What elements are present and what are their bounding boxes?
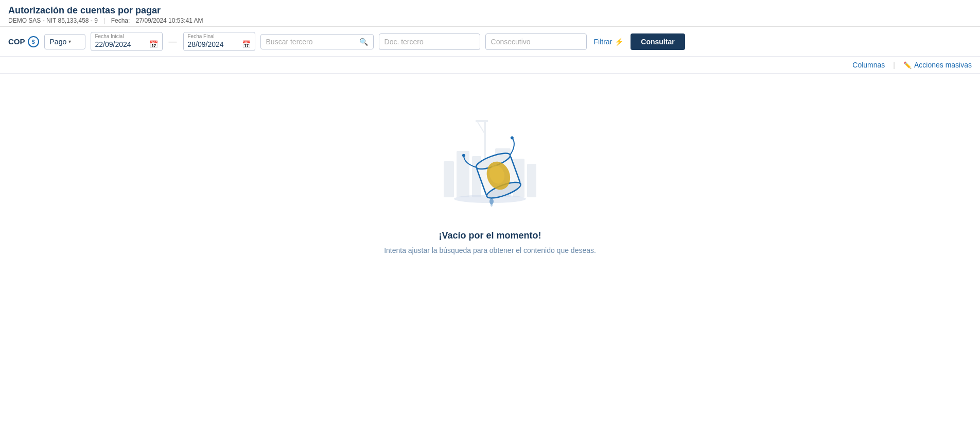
svg-rect-1 [457, 151, 469, 197]
action-bar-divider: | [893, 61, 895, 69]
consultar-label: Consultar [641, 38, 674, 46]
svg-rect-7 [476, 120, 488, 122]
calendar-icon[interactable]: 📅 [149, 40, 158, 48]
date-label: Fecha: [111, 17, 130, 24]
currency-selector[interactable]: COP $ [8, 36, 39, 47]
pago-dropdown[interactable]: Pago ▾ [44, 34, 85, 49]
empty-state: ¡Vacío por el momento! Intenta ajustar l… [0, 74, 980, 275]
action-bar: Columnas | ✏️ Acciones masivas [0, 57, 980, 74]
columns-button[interactable]: Columnas [852, 61, 885, 69]
fecha-final-value: 28/09/2024 [188, 40, 224, 48]
header-subtitle: DEMO SAS - NIT 85,133,458 - 9 | Fecha: 2… [8, 17, 972, 24]
currency-label: COP [8, 37, 25, 46]
svg-rect-5 [527, 164, 536, 197]
empty-illustration [428, 105, 552, 218]
chevron-down-icon: ▾ [68, 39, 71, 44]
buscar-tercero-input[interactable] [266, 38, 356, 46]
svg-rect-6 [484, 120, 486, 161]
page-header: Autorización de cuentas por pagar DEMO S… [0, 0, 980, 27]
empty-subtitle: Intenta ajustar la búsqueda para obtener… [384, 246, 596, 254]
filtrar-label: Filtrar [594, 38, 612, 46]
toolbar: COP $ Pago ▾ Fecha Inicial 22/09/2024 📅 … [0, 27, 980, 57]
filtrar-button[interactable]: Filtrar ⚡ [592, 35, 626, 49]
consultar-button[interactable]: Consultar [631, 33, 685, 50]
page-title: Autorización de cuentas por pagar [8, 5, 972, 16]
company-name: DEMO SAS - NIT 85,133,458 - 9 [8, 17, 98, 24]
date-value: 27/09/2024 10:53:41 AM [136, 17, 203, 24]
date-range-separator: — [168, 37, 178, 46]
currency-icon: $ [28, 36, 39, 47]
acciones-label: Acciones masivas [914, 61, 972, 69]
fecha-inicial-field[interactable]: Fecha Inicial 22/09/2024 📅 [91, 32, 163, 51]
fecha-final-label: Fecha Final [188, 33, 251, 39]
buscar-tercero-field[interactable]: 🔍 [260, 34, 374, 49]
fecha-inicial-label: Fecha Inicial [95, 33, 158, 39]
search-icon: 🔍 [359, 38, 368, 46]
pencil-icon: ✏️ [903, 61, 912, 69]
consecutivo-input[interactable] [485, 33, 587, 50]
svg-point-19 [491, 203, 493, 207]
calendar-icon-2[interactable]: 📅 [242, 40, 251, 48]
fecha-inicial-value: 22/09/2024 [95, 40, 131, 48]
empty-title: ¡Vacío por el momento! [439, 230, 541, 241]
doc-tercero-input[interactable] [379, 33, 480, 50]
fecha-final-field[interactable]: Fecha Final 28/09/2024 📅 [183, 32, 255, 51]
filter-icon: ⚡ [615, 38, 623, 46]
svg-rect-0 [444, 161, 454, 197]
acciones-masivas-button[interactable]: ✏️ Acciones masivas [903, 61, 972, 69]
columns-label: Columnas [852, 61, 885, 69]
header-divider: | [103, 17, 105, 24]
pago-label: Pago [50, 38, 67, 46]
